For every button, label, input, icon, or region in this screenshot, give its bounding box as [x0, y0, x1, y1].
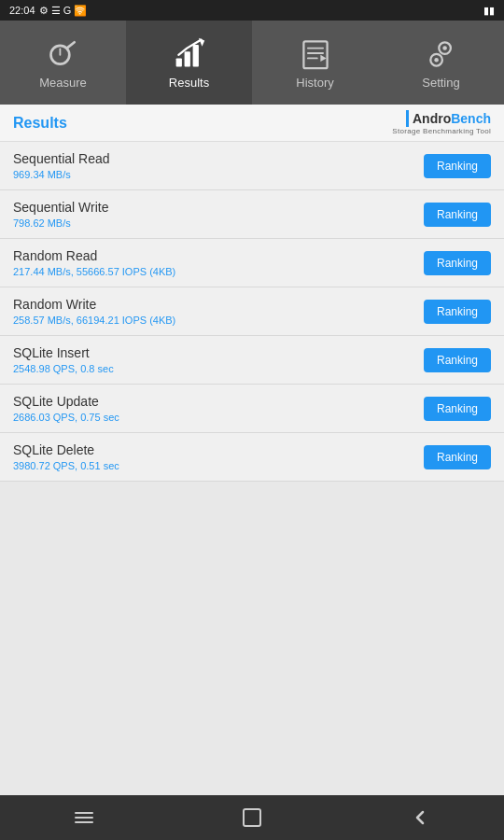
home-button[interactable] — [241, 806, 263, 829]
results-icon — [173, 36, 206, 70]
svg-marker-6 — [198, 37, 203, 46]
result-info: Random Write 258.57 MB/s, 66194.21 IOPS … — [13, 297, 175, 326]
svg-point-13 — [442, 46, 447, 50]
table-row: Sequential Read 969.34 MB/s Ranking — [0, 142, 504, 190]
ranking-button[interactable]: Ranking — [424, 445, 491, 469]
svg-point-15 — [434, 57, 439, 61]
table-row: Random Write 258.57 MB/s, 66194.21 IOPS … — [0, 287, 504, 336]
result-value: 3980.72 QPS, 0.51 sec — [13, 460, 119, 471]
page-title: Results — [13, 115, 67, 132]
tab-measure-label: Measure — [39, 76, 87, 90]
svg-line-1 — [66, 42, 74, 48]
table-row: Random Read 217.44 MB/s, 55666.57 IOPS (… — [0, 239, 504, 287]
back-button[interactable] — [409, 806, 431, 829]
result-info: SQLite Delete 3980.72 QPS, 0.51 sec — [13, 442, 119, 471]
status-icons: ⚙ ☰ G 🛜 — [39, 5, 88, 17]
result-name: Sequential Read — [13, 151, 110, 166]
menu-button[interactable] — [73, 806, 95, 829]
logo-bench: Bench — [451, 111, 491, 126]
table-row: Sequential Write 798.62 MB/s Ranking — [0, 190, 504, 239]
svg-rect-19 — [244, 809, 260, 826]
result-value: 798.62 MB/s — [13, 217, 108, 229]
svg-rect-7 — [303, 41, 327, 68]
result-name: SQLite Insert — [13, 345, 114, 360]
result-info: Sequential Write 798.62 MB/s — [13, 200, 108, 229]
result-info: Sequential Read 969.34 MB/s — [13, 151, 110, 180]
result-info: SQLite Update 2686.03 QPS, 0.75 sec — [13, 394, 119, 423]
result-info: Random Read 217.44 MB/s, 55666.57 IOPS (… — [13, 248, 175, 277]
setting-icon — [425, 36, 458, 70]
ranking-button[interactable]: Ranking — [424, 251, 491, 275]
svg-marker-11 — [320, 54, 326, 61]
bottom-nav — [0, 795, 504, 840]
logo-andro: Andro — [413, 111, 451, 126]
result-name: Random Write — [13, 297, 175, 312]
svg-rect-4 — [184, 51, 189, 66]
ranking-button[interactable]: Ranking — [424, 300, 491, 324]
svg-rect-5 — [192, 45, 198, 66]
table-row: SQLite Update 2686.03 QPS, 0.75 sec Rank… — [0, 385, 504, 433]
tab-measure[interactable]: Measure — [0, 21, 126, 105]
logo-line: AndroBench — [406, 110, 491, 127]
status-time: 22:04 — [9, 5, 35, 16]
results-list: Sequential Read 969.34 MB/s Ranking Sequ… — [0, 142, 504, 795]
result-name: Sequential Write — [13, 200, 108, 215]
table-row: SQLite Insert 2548.98 QPS, 0.8 sec Ranki… — [0, 336, 504, 385]
result-value: 2686.03 QPS, 0.75 sec — [13, 412, 119, 423]
tab-history[interactable]: History — [252, 21, 378, 105]
status-left: 22:04 ⚙ ☰ G 🛜 — [9, 5, 87, 17]
measure-icon — [47, 36, 80, 70]
menu-icon — [73, 806, 95, 829]
battery-icon: ▮▮ — [483, 5, 495, 17]
ranking-button[interactable]: Ranking — [424, 397, 491, 421]
tab-results-label: Results — [169, 76, 209, 90]
result-name: Random Read — [13, 248, 175, 263]
back-icon — [409, 806, 431, 829]
result-info: SQLite Insert 2548.98 QPS, 0.8 sec — [13, 345, 114, 374]
result-name: SQLite Update — [13, 394, 119, 409]
svg-rect-3 — [175, 58, 181, 66]
status-bar: 22:04 ⚙ ☰ G 🛜 ▮▮ — [0, 0, 504, 21]
nav-tabs: Measure Results History Setting — [0, 21, 504, 105]
tab-history-label: History — [296, 76, 333, 90]
result-value: 258.57 MB/s, 66194.21 IOPS (4KB) — [13, 315, 175, 326]
ranking-button[interactable]: Ranking — [424, 348, 491, 372]
tab-setting-label: Setting — [422, 76, 459, 90]
home-icon — [241, 806, 263, 829]
status-right: ▮▮ — [483, 5, 495, 17]
results-header: Results AndroBench Storage Benchmarking … — [0, 105, 504, 142]
logo-bar-accent — [406, 110, 409, 127]
result-value: 217.44 MB/s, 55666.57 IOPS (4KB) — [13, 266, 175, 277]
result-name: SQLite Delete — [13, 442, 119, 457]
tab-setting[interactable]: Setting — [378, 21, 504, 105]
ranking-button[interactable]: Ranking — [424, 154, 491, 178]
androbench-logo: AndroBench Storage Benchmarking Tool — [392, 110, 491, 135]
result-value: 969.34 MB/s — [13, 169, 110, 180]
table-row: SQLite Delete 3980.72 QPS, 0.51 sec Rank… — [0, 433, 504, 482]
result-value: 2548.98 QPS, 0.8 sec — [13, 363, 114, 374]
ranking-button[interactable]: Ranking — [424, 203, 491, 227]
tab-results[interactable]: Results — [126, 21, 252, 105]
history-icon — [299, 36, 332, 70]
logo-subtitle: Storage Benchmarking Tool — [392, 127, 491, 135]
